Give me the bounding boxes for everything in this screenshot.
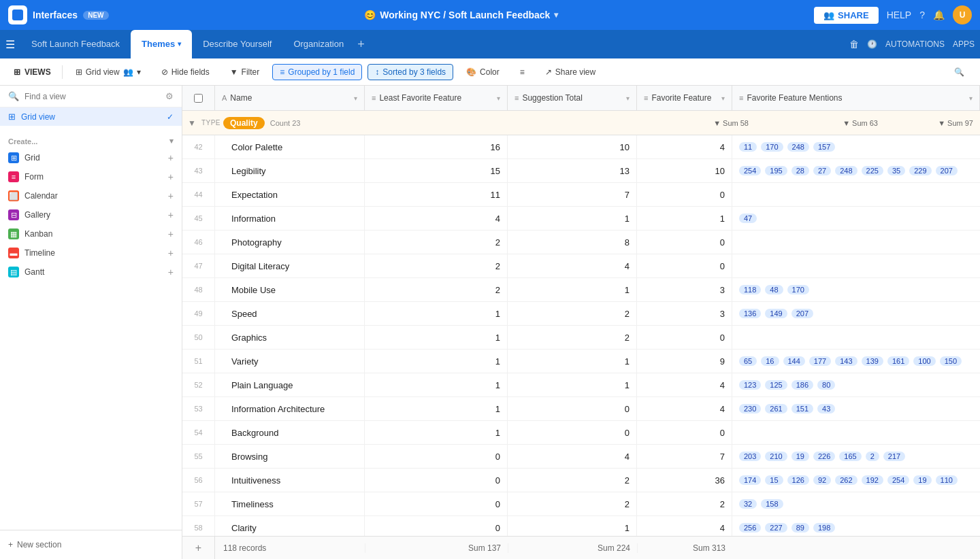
sidebar-create-form[interactable]: ≡ Form + [0, 167, 182, 186]
mention-tag[interactable]: 32 [739, 499, 757, 509]
select-all-checkbox[interactable] [194, 94, 203, 103]
row-name[interactable]: Information Architecture [215, 397, 365, 420]
mention-tag[interactable]: 207 [936, 166, 958, 175]
table-row[interactable]: 49 Speed 1 2 3 136149207 [182, 302, 980, 326]
grid-view-btn[interactable]: ⊞ Grid view 👥 ▾ [68, 64, 148, 80]
mention-tag[interactable]: 192 [862, 475, 883, 485]
add-row-button[interactable]: + [182, 537, 215, 560]
mention-tag[interactable]: 217 [883, 452, 905, 461]
table-row[interactable]: 51 Variety 1 1 9 65161441771431391611001… [182, 350, 980, 373]
gantt-add-icon[interactable]: + [168, 267, 174, 277]
mention-tag[interactable]: 157 [813, 142, 835, 152]
workspace-name[interactable]: Working NYC / Soft Launch Feedback [380, 10, 550, 20]
mention-tag[interactable]: 126 [787, 475, 809, 485]
row-name[interactable]: Variety [215, 350, 365, 373]
share-view-btn[interactable]: ↗ Share view [538, 64, 603, 80]
sidebar-create-kanban[interactable]: ▦ Kanban + [0, 224, 182, 243]
grid-add-icon[interactable]: + [168, 152, 174, 163]
mention-tag[interactable]: 47 [739, 214, 757, 223]
mention-tag[interactable]: 48 [765, 285, 783, 294]
row-name[interactable]: Graphics [215, 326, 365, 349]
mention-tag[interactable]: 207 [791, 309, 813, 318]
row-least[interactable]: 1 [365, 350, 508, 373]
mention-tag[interactable]: 100 [913, 356, 935, 366]
group-collapse-btn[interactable]: ▼ [188, 118, 196, 128]
hide-fields-btn[interactable]: ⊘ Hide fields [154, 64, 217, 80]
row-suggestion[interactable]: 10 [508, 135, 637, 158]
row-least[interactable]: 1 [365, 326, 508, 349]
mention-tag[interactable]: 248 [835, 166, 857, 175]
grouped-btn[interactable]: ≡ Grouped by 1 field [272, 64, 362, 80]
mention-tag[interactable]: 15 [765, 475, 783, 485]
mention-tag[interactable]: 261 [765, 404, 787, 413]
mention-tag[interactable]: 262 [835, 475, 857, 485]
mention-tag[interactable]: 65 [739, 356, 757, 366]
row-favorite[interactable]: 9 [637, 350, 732, 373]
mention-tag[interactable]: 27 [813, 166, 831, 175]
tab-themes[interactable]: Themes ▾ [131, 30, 192, 58]
mention-tag[interactable]: 225 [862, 166, 883, 175]
suggestion-col-dropdown[interactable]: ▾ [626, 95, 630, 102]
mention-tag[interactable]: 229 [909, 166, 931, 175]
mention-tag[interactable]: 203 [739, 452, 761, 461]
table-row[interactable]: 55 Browsing 0 4 7 203210192261652217 [182, 445, 980, 469]
row-favorite[interactable]: 7 [637, 445, 732, 468]
table-row[interactable]: 54 Background 1 0 0 [182, 421, 980, 445]
form-add-icon[interactable]: + [168, 171, 174, 182]
table-row[interactable]: 44 Expectation 11 7 0 [182, 183, 980, 207]
row-name[interactable]: Legibility [215, 159, 365, 182]
sidebar-gear-icon[interactable]: ⚙ [165, 91, 174, 101]
row-suggestion[interactable]: 13 [508, 159, 637, 182]
table-row[interactable]: 50 Graphics 1 2 0 [182, 326, 980, 350]
mention-tag[interactable]: 92 [813, 475, 831, 485]
row-least[interactable]: 4 [365, 207, 508, 230]
row-least[interactable]: 0 [365, 445, 508, 468]
row-favorite[interactable]: 0 [637, 183, 732, 206]
mention-tag[interactable]: 143 [835, 356, 857, 366]
row-name[interactable]: Color Palette [215, 135, 365, 158]
mention-tag[interactable]: 230 [739, 404, 761, 413]
mention-tag[interactable]: 256 [739, 523, 761, 532]
row-least[interactable]: 0 [365, 492, 508, 515]
row-least[interactable]: 2 [365, 254, 508, 277]
row-least[interactable]: 2 [365, 231, 508, 254]
row-name[interactable]: Speed [215, 302, 365, 325]
tab-organization[interactable]: Organization [282, 30, 355, 58]
sorted-btn[interactable]: ↕ Sorted by 3 fields [368, 64, 453, 80]
row-suggestion[interactable]: 1 [508, 278, 637, 301]
add-tab-button[interactable]: + [357, 37, 365, 52]
hamburger-icon[interactable]: ☰ [5, 38, 15, 51]
mention-tag[interactable]: 150 [940, 356, 962, 366]
sidebar-create-gallery[interactable]: ⊟ Gallery + [0, 205, 182, 224]
row-least[interactable]: 1 [365, 302, 508, 325]
row-favorite[interactable]: 1 [637, 207, 732, 230]
row-suggestion[interactable]: 0 [508, 397, 637, 420]
group-name-pill[interactable]: Quality [223, 117, 265, 129]
mention-tag[interactable]: 170 [761, 142, 783, 152]
mention-tag[interactable]: 144 [783, 356, 805, 366]
mention-tag[interactable]: 198 [813, 523, 835, 532]
mention-tag[interactable]: 16 [761, 356, 779, 366]
column-header-name[interactable]: A Name ▾ [215, 86, 365, 110]
mention-tag[interactable]: 80 [817, 380, 835, 390]
mention-tag[interactable]: 248 [787, 142, 809, 152]
table-row[interactable]: 57 Timeliness 0 2 2 32158 [182, 492, 980, 516]
mention-tag[interactable]: 174 [739, 475, 761, 485]
notification-icon[interactable]: 🔔 [933, 10, 945, 20]
row-favorite[interactable]: 0 [637, 421, 732, 444]
filter-btn[interactable]: ▼ Filter [223, 64, 267, 80]
title-dropdown-icon[interactable]: ▾ [554, 10, 558, 20]
sidebar-create-timeline[interactable]: ▬ Timeline + [0, 243, 182, 262]
mention-tag[interactable]: 125 [765, 380, 787, 390]
mention-tag[interactable]: 186 [791, 380, 813, 390]
table-row[interactable]: 56 Intuitiveness 0 2 36 1741512692262192… [182, 469, 980, 492]
row-favorite[interactable]: 3 [637, 302, 732, 325]
column-header-mentions[interactable]: ≡ Favorite Feature Mentions ▾ [732, 86, 980, 110]
table-row[interactable]: 43 Legibility 15 13 10 25419528272482253… [182, 159, 980, 183]
row-favorite[interactable]: 0 [637, 231, 732, 254]
kanban-add-icon[interactable]: + [168, 228, 174, 239]
tab-soft-launch[interactable]: Soft Launch Feedback [20, 30, 131, 58]
mentions-col-dropdown[interactable]: ▾ [969, 95, 973, 102]
row-name[interactable]: Intuitiveness [215, 469, 365, 492]
row-suggestion[interactable]: 8 [508, 231, 637, 254]
